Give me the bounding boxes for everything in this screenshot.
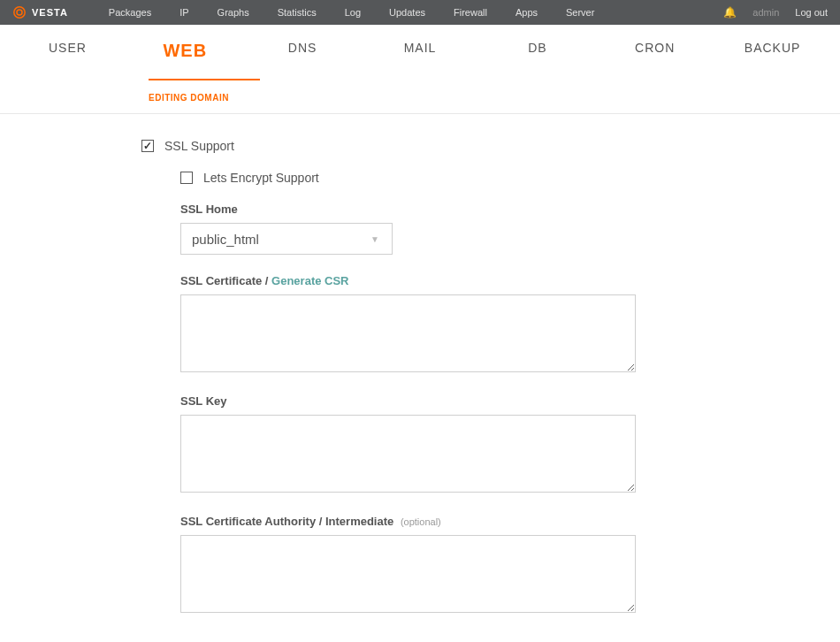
topnav-statistics[interactable]: Statistics	[263, 7, 331, 18]
form: SSL Support Lets Encrypt Support SSL Hom…	[0, 114, 840, 615]
topnav-packages[interactable]: Packages	[95, 7, 165, 18]
tab-web[interactable]: WEB	[126, 41, 244, 61]
tabs-wrap: USER WEB DNS MAIL DB CRON BACKUP EDITING…	[0, 25, 840, 114]
chevron-down-icon: ▼	[370, 234, 379, 244]
topnav-graphs[interactable]: Graphs	[203, 7, 263, 18]
lets-encrypt-row: Lets Encrypt Support	[180, 171, 840, 185]
tab-cron[interactable]: CRON	[596, 41, 714, 55]
ssl-support-row: SSL Support	[141, 139, 840, 153]
topnav-ip[interactable]: IP	[165, 7, 202, 18]
svg-point-1	[17, 10, 22, 15]
tab-user[interactable]: USER	[9, 41, 126, 55]
ssl-cert-label-text: SSL Certificate /	[180, 274, 271, 287]
ssl-key-label: SSL Key	[180, 394, 840, 408]
ssl-key-group: SSL Key	[180, 394, 840, 495]
logo-icon	[12, 5, 27, 19]
logout-link[interactable]: Log out	[795, 7, 828, 18]
tabs: USER WEB DNS MAIL DB CRON BACKUP	[9, 25, 831, 61]
topnav-updates[interactable]: Updates	[375, 7, 439, 18]
svg-point-0	[14, 7, 25, 18]
tab-underline	[149, 79, 260, 80]
tab-backup[interactable]: BACKUP	[714, 41, 831, 55]
lets-encrypt-checkbox[interactable]	[180, 172, 193, 184]
topnav-log[interactable]: Log	[331, 7, 375, 18]
ssl-home-label: SSL Home	[180, 203, 840, 216]
ssl-home-group: SSL Home public_html ▼	[180, 203, 840, 255]
topnav-apps[interactable]: Apps	[501, 7, 552, 18]
ssl-support-checkbox[interactable]	[141, 140, 154, 152]
page-subtitle: EDITING DOMAIN	[149, 93, 831, 113]
logo-text: VESTA	[32, 7, 68, 18]
generate-csr-link[interactable]: Generate CSR	[271, 274, 348, 287]
tab-db[interactable]: DB	[478, 41, 596, 55]
lets-encrypt-label: Lets Encrypt Support	[203, 171, 319, 185]
ssl-support-label: SSL Support	[164, 139, 234, 153]
topnav-server[interactable]: Server	[552, 7, 608, 18]
top-nav: Packages IP Graphs Statistics Log Update…	[95, 7, 609, 18]
ssl-cert-textarea[interactable]	[180, 294, 636, 372]
ssl-home-value: public_html	[192, 232, 259, 247]
ssl-home-select[interactable]: public_html ▼	[180, 223, 393, 255]
topbar: VESTA Packages IP Graphs Statistics Log …	[0, 0, 840, 25]
ssl-ca-label: SSL Certificate Authority / Intermediate…	[180, 515, 840, 528]
ssl-ca-textarea[interactable]	[180, 535, 636, 613]
topbar-right: 🔔 admin Log out	[723, 6, 828, 19]
ssl-ca-optional: (optional)	[401, 516, 441, 527]
ssl-ca-label-text: SSL Certificate Authority / Intermediate	[180, 515, 393, 528]
tab-dns[interactable]: DNS	[244, 41, 362, 55]
tab-mail[interactable]: MAIL	[362, 41, 479, 55]
topnav-firewall[interactable]: Firewall	[439, 7, 501, 18]
ssl-key-textarea[interactable]	[180, 415, 636, 493]
current-user[interactable]: admin	[752, 7, 779, 18]
ssl-cert-group: SSL Certificate / Generate CSR	[180, 274, 840, 375]
ssl-ca-group: SSL Certificate Authority / Intermediate…	[180, 515, 840, 615]
bell-icon[interactable]: 🔔	[723, 6, 737, 19]
logo[interactable]: VESTA	[12, 5, 68, 19]
ssl-cert-label: SSL Certificate / Generate CSR	[180, 274, 840, 287]
